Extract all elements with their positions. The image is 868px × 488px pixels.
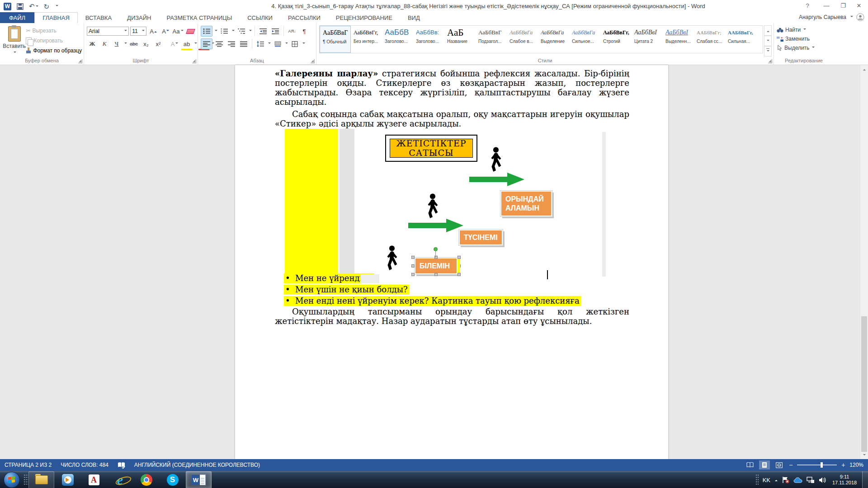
taskbar-chrome-button[interactable] bbox=[133, 471, 159, 488]
language-indicator[interactable]: АНГЛИЙСКИЙ (СОЕДИНЕННОЕ КОРОЛЕВСТВО) bbox=[134, 462, 260, 468]
taskbar-clock[interactable]: 9:11 17.11.2018 bbox=[830, 474, 859, 486]
style-item-intense-quote[interactable]: АаБбВвІВыделенн... bbox=[663, 26, 694, 53]
show-marks-button[interactable]: ¶ bbox=[299, 26, 310, 36]
numbering-dropdown-icon[interactable] bbox=[232, 30, 235, 33]
diagram-title-frame[interactable]: ЖЕТІСТІКТЕР САТЫСЫ bbox=[385, 135, 477, 162]
find-button[interactable]: Найти bbox=[777, 25, 832, 34]
diagram-step-know-selected[interactable]: БІЛЕМІН bbox=[415, 258, 458, 274]
style-item-strong[interactable]: АаБбВвГг,Строгий bbox=[600, 26, 632, 53]
web-layout-button[interactable] bbox=[774, 460, 784, 469]
user-account[interactable]: Анаргуль Сарыева bbox=[799, 13, 864, 21]
paste-button[interactable]: Вставить bbox=[3, 25, 26, 56]
word-count[interactable]: ЧИСЛО СЛОВ: 484 bbox=[61, 462, 108, 468]
selection-handle[interactable] bbox=[411, 273, 415, 276]
close-button[interactable]: ✕ bbox=[852, 0, 866, 12]
paragraph-1[interactable]: «Галереяны шарлау» стратегиясы бойынша р… bbox=[275, 69, 629, 107]
font-size-combo[interactable]: 11 bbox=[130, 27, 146, 36]
grow-font-button[interactable]: А bbox=[148, 26, 159, 36]
superscript-button[interactable]: x² bbox=[153, 39, 164, 49]
save-icon[interactable] bbox=[17, 3, 24, 10]
italic-button[interactable]: К bbox=[99, 39, 110, 49]
bullets-button[interactable] bbox=[201, 26, 212, 37]
style-item-intense-reference[interactable]: ААБбВвГг,Сильная... bbox=[725, 26, 756, 53]
style-item-emphasis[interactable]: АаБбВвГаВыделение bbox=[538, 26, 569, 53]
clipboard-dialog-launcher[interactable] bbox=[78, 59, 82, 63]
tab-review[interactable]: РЕЦЕНЗИРОВАНИЕ bbox=[328, 12, 400, 23]
style-item-subtle-emphasis[interactable]: АаБбВвГаСлабое в... bbox=[507, 26, 538, 53]
selection-handle[interactable] bbox=[434, 273, 438, 276]
rotate-handle[interactable] bbox=[434, 247, 438, 251]
text-effects-dropdown-icon[interactable] bbox=[175, 42, 178, 45]
change-case-button[interactable]: Аа bbox=[172, 26, 184, 36]
selection-handle[interactable] bbox=[458, 273, 461, 276]
zoom-in-button[interactable]: + bbox=[840, 461, 846, 469]
cut-button[interactable]: ✂ Вырезать bbox=[26, 27, 82, 35]
paragraph-dialog-launcher[interactable] bbox=[311, 59, 315, 63]
taskbar-internet-explorer-button[interactable]: e bbox=[107, 471, 133, 488]
style-item-heading2[interactable]: АаБбВв:Заголово... bbox=[413, 26, 444, 53]
subscript-button[interactable]: x₂ bbox=[141, 39, 151, 49]
select-button[interactable]: Выделить bbox=[777, 43, 832, 52]
volume-icon[interactable] bbox=[819, 477, 826, 483]
zoom-out-button[interactable]: − bbox=[788, 461, 793, 469]
proofing-icon[interactable] bbox=[118, 462, 125, 469]
tab-references[interactable]: ССЫЛКИ bbox=[240, 12, 280, 23]
line-spacing-dropdown-icon[interactable] bbox=[268, 42, 271, 45]
taskbar-explorer-button[interactable] bbox=[28, 471, 54, 488]
walking-person-icon[interactable] bbox=[487, 147, 504, 173]
styles-dialog-launcher[interactable] bbox=[768, 59, 772, 63]
underline-dropdown-icon[interactable] bbox=[124, 42, 127, 45]
tab-home[interactable]: ГЛАВНАЯ bbox=[34, 12, 78, 23]
style-item-intense-emphasis[interactable]: АаБбВвГаСильное... bbox=[569, 26, 600, 53]
selection-handle[interactable] bbox=[411, 256, 415, 259]
shading-dropdown-icon[interactable] bbox=[285, 42, 288, 45]
multilevel-dropdown-icon[interactable] bbox=[249, 30, 252, 33]
selection-handle[interactable] bbox=[458, 256, 461, 259]
bold-button[interactable]: Ж bbox=[87, 39, 98, 49]
start-button[interactable] bbox=[4, 472, 20, 488]
zoom-level[interactable]: 120% bbox=[849, 462, 863, 468]
word-app-icon[interactable]: W bbox=[4, 3, 11, 10]
font-family-dropdown-icon[interactable] bbox=[124, 30, 127, 33]
scroll-down-arrow[interactable] bbox=[860, 451, 868, 459]
green-arrow-icon[interactable] bbox=[469, 172, 525, 187]
walking-person-icon[interactable] bbox=[383, 245, 400, 271]
shading-button[interactable] bbox=[272, 39, 283, 49]
increase-indent-button[interactable] bbox=[270, 26, 281, 36]
styles-scroll-down[interactable] bbox=[764, 36, 772, 46]
bullet-item[interactable]: •Мен үшін не қиын болды? bbox=[284, 285, 409, 295]
font-size-dropdown-icon[interactable] bbox=[142, 30, 145, 33]
shrink-font-button[interactable]: А bbox=[160, 26, 171, 36]
find-dropdown-icon[interactable] bbox=[803, 28, 806, 31]
zoom-slider[interactable] bbox=[797, 465, 837, 465]
styles-more-button[interactable] bbox=[764, 46, 772, 56]
underline-button[interactable]: Ч bbox=[111, 39, 122, 49]
zoom-slider-thumb[interactable] bbox=[821, 462, 823, 468]
align-center-button[interactable] bbox=[214, 39, 225, 49]
style-item-quote2[interactable]: АаБбВвІЦитата 2 bbox=[632, 26, 663, 53]
user-dropdown-icon[interactable] bbox=[850, 16, 853, 19]
sort-button[interactable]: АЯ↓ bbox=[287, 26, 297, 36]
paragraph-3[interactable]: Оқушылардың тапсырманы орындау барысында… bbox=[275, 307, 629, 326]
justify-button[interactable] bbox=[238, 39, 249, 49]
tab-view[interactable]: ВИД bbox=[400, 12, 428, 23]
show-desktop-button[interactable] bbox=[862, 471, 868, 488]
action-center-flag-icon[interactable] bbox=[782, 476, 789, 483]
replace-button[interactable]: Заменить bbox=[777, 34, 832, 43]
taskbar-adobe-reader-button[interactable]: A bbox=[81, 471, 107, 488]
tab-file[interactable]: ФАЙЛ bbox=[0, 12, 34, 23]
scroll-up-arrow[interactable] bbox=[860, 65, 868, 73]
font-family-combo[interactable]: Arial bbox=[87, 27, 129, 36]
vertical-scrollbar[interactable] bbox=[860, 65, 868, 459]
tab-mailings[interactable]: РАССЫЛКИ bbox=[280, 12, 328, 23]
style-item-no-spacing[interactable]: АаБбВвГг,Без интер... bbox=[351, 26, 382, 53]
green-arrow-icon[interactable] bbox=[408, 218, 464, 233]
diagram-step-can-do[interactable]: ОРЫНДАЙ АЛАМЫН bbox=[500, 191, 552, 216]
format-painter-button[interactable]: Формат по образцу bbox=[26, 47, 82, 55]
styles-scroll-up[interactable] bbox=[764, 25, 772, 36]
taskbar-word-button[interactable]: W bbox=[186, 471, 212, 488]
tab-page-layout[interactable]: РАЗМЕТКА СТРАНИЦЫ bbox=[159, 12, 240, 23]
font-dialog-launcher[interactable] bbox=[192, 59, 196, 63]
diagram-step-understand[interactable]: ТҮСІНЕМІ bbox=[459, 230, 503, 245]
decrease-indent-button[interactable] bbox=[258, 26, 269, 36]
